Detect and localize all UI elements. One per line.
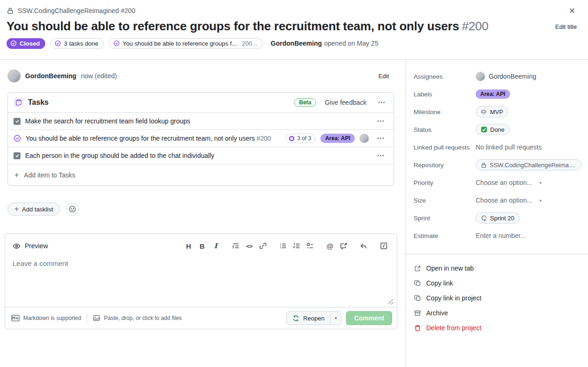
menu-item-open-in-new-tab[interactable]: Open in new tab	[406, 261, 588, 276]
field-linked-pull-requests[interactable]: Linked pull requests No linked pull requ…	[406, 138, 588, 156]
avatar[interactable]	[7, 69, 21, 82]
mention-icon[interactable]: @	[323, 240, 337, 252]
lock-icon	[481, 162, 487, 168]
markdown-supported-note[interactable]: Markdown is supported	[11, 315, 81, 321]
field-size[interactable]: Size Choose an option... ▾	[406, 191, 588, 209]
edit-title-button[interactable]: Edit title	[555, 19, 577, 30]
chevron-down-icon: ▾	[539, 198, 541, 203]
issue-closed-icon	[14, 135, 21, 142]
assignee-name[interactable]: GordonBeeming	[489, 73, 536, 80]
comment-edit-button[interactable]: Edit	[379, 73, 389, 80]
task-checkbox-checked[interactable]	[14, 118, 21, 125]
breadcrumb-text: SSW.CodingChallengeReimagined #200	[18, 7, 135, 14]
task-checkbox-checked[interactable]	[14, 152, 21, 159]
saved-replies-icon[interactable]	[357, 240, 370, 252]
field-sprint[interactable]: Sprint Sprint 20	[406, 209, 588, 227]
field-assignees[interactable]: Assignees GordonBeeming	[406, 68, 588, 85]
tasklist-card: Tasks Beta Give feedback ⋯ Make the sear…	[7, 92, 394, 186]
bold-icon[interactable]: B	[195, 240, 209, 252]
link-icon[interactable]	[256, 240, 270, 252]
task-row-menu-icon[interactable]: ⋯	[374, 135, 388, 142]
add-item-to-tasks-button[interactable]: + Add item to Tasks	[8, 164, 394, 185]
cross-reference-icon[interactable]	[337, 240, 350, 252]
trash-icon	[414, 325, 421, 332]
linked-pr-empty: No linked pull requests	[476, 143, 542, 151]
eye-icon	[13, 242, 21, 250]
tracked-by-pill[interactable]: You should be able to reference groups f…	[109, 38, 263, 49]
avatar	[476, 72, 485, 81]
closed-status-badge: Closed	[7, 38, 45, 49]
task-row-menu-icon[interactable]: ⋯	[374, 117, 388, 125]
tab-preview[interactable]: Preview	[13, 242, 48, 250]
menu-item-archive[interactable]: Archive	[406, 306, 588, 320]
emoji-reaction-button[interactable]	[66, 203, 79, 216]
close-icon[interactable]: ✕	[567, 6, 577, 16]
task-issue-number: #200	[256, 135, 271, 142]
task-progress-pill[interactable]: 3 of 3	[286, 134, 316, 143]
comment-composer: Preview H B I <>	[5, 233, 397, 329]
comment-submit-button[interactable]: Comment	[346, 311, 392, 325]
size-select[interactable]: Choose an option...	[476, 197, 532, 204]
iteration-icon	[481, 215, 487, 221]
reopen-split-button: Reopen ▾	[286, 311, 341, 325]
menu-item-delete-from-project[interactable]: Delete from project	[406, 320, 588, 335]
italic-icon[interactable]: I	[209, 240, 222, 252]
task-issue-link[interactable]: You should be able to reference groups f…	[26, 135, 271, 142]
comment-author[interactable]: GordonBeeming	[25, 72, 76, 80]
field-priority[interactable]: Priority Choose an option... ▾	[406, 174, 588, 191]
page-title: You should be able to reference groups f…	[7, 19, 489, 34]
reopen-button[interactable]: Reopen	[287, 312, 330, 325]
beta-badge: Beta	[294, 98, 316, 107]
breadcrumb: SSW.CodingChallengeReimagined #200	[7, 7, 577, 14]
task-row-menu-icon[interactable]: ⋯	[374, 152, 388, 159]
estimate-input[interactable]: Enter a number...	[476, 232, 526, 239]
menu-item-copy-link[interactable]: Copy link	[406, 276, 588, 291]
label-badge[interactable]: Area: API	[476, 89, 510, 99]
ordered-list-icon[interactable]	[290, 240, 303, 252]
field-labels[interactable]: Labels Area: API	[406, 85, 588, 103]
check-circle-icon	[55, 40, 61, 47]
heading-icon[interactable]: H	[182, 240, 195, 252]
reopen-dropdown-button[interactable]: ▾	[330, 312, 341, 325]
task-item-1: Make the search for recruitment team fie…	[8, 112, 394, 129]
quote-icon[interactable]	[229, 240, 242, 252]
label-badge[interactable]: Area: API	[320, 134, 355, 143]
field-repository[interactable]: Repository SSW.CodingChallengeReimagined	[406, 156, 588, 174]
issue-sidebar: Assignees GordonBeeming Labels Area: API…	[406, 60, 588, 367]
author-link[interactable]: GordonBeeming	[271, 40, 322, 47]
avatar[interactable]	[360, 134, 369, 143]
plus-icon: +	[14, 205, 19, 213]
attach-files-button[interactable]: Paste, drop, or click to add files	[93, 314, 182, 322]
field-milestone[interactable]: Milestone MVP	[406, 103, 588, 121]
task-text: Each person in the group should be added…	[25, 152, 214, 159]
comment-input[interactable]	[13, 259, 389, 303]
tasklist-header: Tasks Beta Give feedback ⋯	[8, 93, 394, 112]
slash-commands-icon[interactable]	[377, 240, 390, 252]
lock-icon	[7, 7, 14, 14]
status-pill[interactable]: Done	[476, 124, 510, 135]
tasklist-icon	[14, 97, 24, 108]
sprint-pill[interactable]: Sprint 20	[476, 212, 519, 224]
menu-item-copy-link-in-project[interactable]: Copy link in project	[406, 291, 588, 306]
priority-select[interactable]: Choose an option...	[476, 179, 532, 186]
resize-handle[interactable]	[388, 299, 394, 305]
give-feedback-link[interactable]: Give feedback	[325, 99, 367, 106]
comment-header: GordonBeeming now (edited) Edit	[7, 69, 389, 82]
unordered-list-icon[interactable]	[276, 240, 290, 252]
check-circle-icon	[10, 40, 17, 47]
task-item-2: You should be able to reference groups f…	[8, 129, 394, 147]
image-icon	[93, 314, 100, 322]
check-circle-icon	[113, 40, 120, 47]
tasks-done-badge[interactable]: 3 tasks done	[50, 38, 104, 49]
repository-pill[interactable]: SSW.CodingChallengeReimagined	[476, 159, 582, 170]
code-icon[interactable]: <>	[242, 240, 256, 252]
field-status[interactable]: Status Done	[406, 121, 588, 138]
tasklist-menu-icon[interactable]: ⋯	[374, 99, 389, 106]
issue-main-column: GordonBeeming now (edited) Edit Tasks Be…	[0, 60, 406, 367]
milestone-pill[interactable]: MVP	[476, 106, 508, 117]
add-tasklist-button[interactable]: + Add tasklist	[7, 203, 60, 216]
markdown-icon	[11, 315, 20, 321]
tasklist-toolbar-icon[interactable]	[303, 240, 317, 252]
field-estimate[interactable]: Estimate Enter a number...	[406, 227, 588, 245]
progress-ring-icon	[289, 136, 295, 142]
